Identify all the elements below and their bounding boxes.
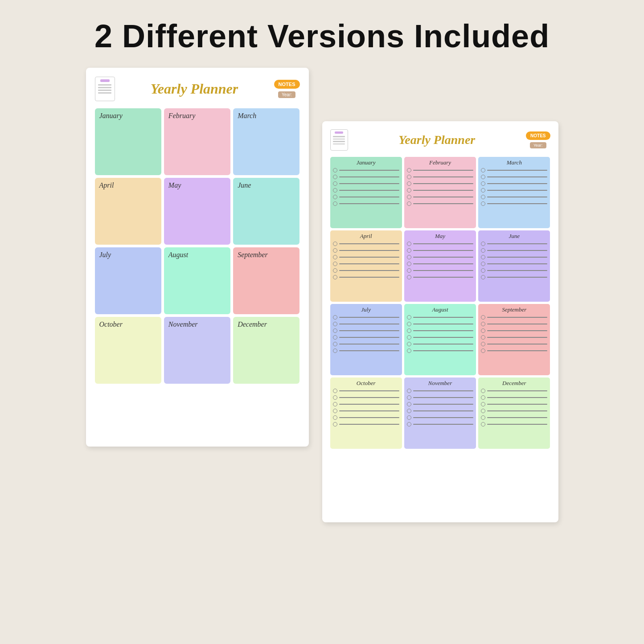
v2-check-circle[interactable] <box>481 402 485 406</box>
v2-check-circle[interactable] <box>333 322 337 326</box>
v2-check-circle[interactable] <box>407 201 411 206</box>
v2-check-row <box>333 175 399 179</box>
v2-check-circle[interactable] <box>333 262 337 266</box>
v2-check-circle[interactable] <box>407 422 411 427</box>
v2-month-cell: April <box>330 230 402 302</box>
v2-check-line <box>413 190 473 191</box>
v2-check-circle[interactable] <box>333 395 337 400</box>
v2-check-circle[interactable] <box>333 255 337 259</box>
v2-check-circle[interactable] <box>481 168 485 172</box>
v2-check-line <box>487 417 547 418</box>
v2-check-line <box>413 197 473 197</box>
v2-check-row <box>333 422 399 427</box>
v2-check-circle[interactable] <box>481 342 485 346</box>
v2-check-circle[interactable] <box>481 255 485 259</box>
v2-check-circle[interactable] <box>481 328 485 333</box>
v2-check-circle[interactable] <box>481 195 485 199</box>
v2-check-circle[interactable] <box>481 322 485 326</box>
v2-check-line <box>487 257 547 258</box>
v2-check-circle[interactable] <box>333 389 337 393</box>
v2-check-circle[interactable] <box>481 175 485 179</box>
v2-check-circle[interactable] <box>333 268 337 273</box>
v2-check-circle[interactable] <box>333 349 337 353</box>
v2-check-circle[interactable] <box>407 315 411 320</box>
v2-check-row <box>481 195 547 199</box>
v2-check-circle[interactable] <box>333 242 337 246</box>
v2-check-row <box>481 342 547 346</box>
v2-check-line <box>413 270 473 271</box>
v2-check-circle[interactable] <box>333 188 337 193</box>
v2-month-grid: JanuaryFebruaryMarchAprilMayJuneJulyAugu… <box>330 157 550 449</box>
v2-check-circle[interactable] <box>407 415 411 420</box>
v2-check-line <box>339 404 399 405</box>
v2-check-circle[interactable] <box>407 248 411 253</box>
v2-check-circle[interactable] <box>333 328 337 333</box>
v2-check-circle[interactable] <box>333 275 337 279</box>
v2-check-circle[interactable] <box>333 248 337 253</box>
v2-check-circle[interactable] <box>407 328 411 333</box>
v2-check-circle[interactable] <box>333 195 337 199</box>
v1-month-cell: March <box>233 108 299 175</box>
v2-check-circle[interactable] <box>481 389 485 393</box>
v2-check-circle[interactable] <box>481 188 485 193</box>
v2-check-row <box>333 335 399 340</box>
v2-check-circle[interactable] <box>407 175 411 179</box>
v2-check-circle[interactable] <box>333 175 337 179</box>
v2-check-circle[interactable] <box>407 242 411 246</box>
v2-check-row <box>481 409 547 413</box>
v2-check-circle[interactable] <box>407 349 411 353</box>
v2-check-row <box>407 315 473 320</box>
v2-check-circle[interactable] <box>333 168 337 172</box>
v2-check-circle[interactable] <box>481 335 485 340</box>
v2-check-circle[interactable] <box>481 275 485 279</box>
v2-check-circle[interactable] <box>481 201 485 206</box>
v1-month-cell: January <box>95 108 161 175</box>
v2-check-circle[interactable] <box>407 335 411 340</box>
v2-check-circle[interactable] <box>481 262 485 266</box>
v2-check-circle[interactable] <box>407 402 411 406</box>
v2-check-circle[interactable] <box>481 268 485 273</box>
v2-check-circle[interactable] <box>481 409 485 413</box>
v2-check-circle[interactable] <box>407 342 411 346</box>
v2-check-circle[interactable] <box>481 248 485 253</box>
v2-check-circle[interactable] <box>481 349 485 353</box>
v2-check-line <box>339 183 399 184</box>
v1-month-name: June <box>238 181 295 189</box>
v2-check-row <box>407 262 473 266</box>
v2-check-circle[interactable] <box>481 395 485 400</box>
v2-check-row <box>407 409 473 413</box>
v2-check-circle[interactable] <box>481 242 485 246</box>
v2-check-circle[interactable] <box>407 168 411 172</box>
v2-check-circle[interactable] <box>333 181 337 186</box>
v2-check-circle[interactable] <box>333 402 337 406</box>
v2-check-circle[interactable] <box>481 181 485 186</box>
v2-check-circle[interactable] <box>407 181 411 186</box>
v2-check-circle[interactable] <box>481 415 485 420</box>
v2-check-circle[interactable] <box>333 315 337 320</box>
v2-check-circle[interactable] <box>333 201 337 206</box>
v2-check-line <box>487 324 547 324</box>
v2-check-line <box>487 410 547 411</box>
v2-check-circle[interactable] <box>333 342 337 346</box>
v2-check-circle[interactable] <box>407 262 411 266</box>
v1-month-cell: June <box>233 178 299 245</box>
v2-check-circle[interactable] <box>333 422 337 427</box>
v2-check-circle[interactable] <box>407 409 411 413</box>
v2-check-circle[interactable] <box>407 195 411 199</box>
v2-month-name: July <box>333 306 399 313</box>
v2-check-circle[interactable] <box>481 422 485 427</box>
v2-check-row <box>407 181 473 186</box>
v2-check-circle[interactable] <box>407 275 411 279</box>
v2-check-circle[interactable] <box>333 335 337 340</box>
v2-check-circle[interactable] <box>407 389 411 393</box>
v2-check-circle[interactable] <box>407 395 411 400</box>
v2-check-circle[interactable] <box>407 322 411 326</box>
v2-check-circle[interactable] <box>407 255 411 259</box>
v2-check-line <box>339 176 399 177</box>
v2-check-circle[interactable] <box>333 415 337 420</box>
v2-check-circle[interactable] <box>407 268 411 273</box>
v2-check-circle[interactable] <box>481 315 485 320</box>
v2-check-line <box>413 424 473 425</box>
v2-check-circle[interactable] <box>333 409 337 413</box>
v2-check-circle[interactable] <box>407 188 411 193</box>
